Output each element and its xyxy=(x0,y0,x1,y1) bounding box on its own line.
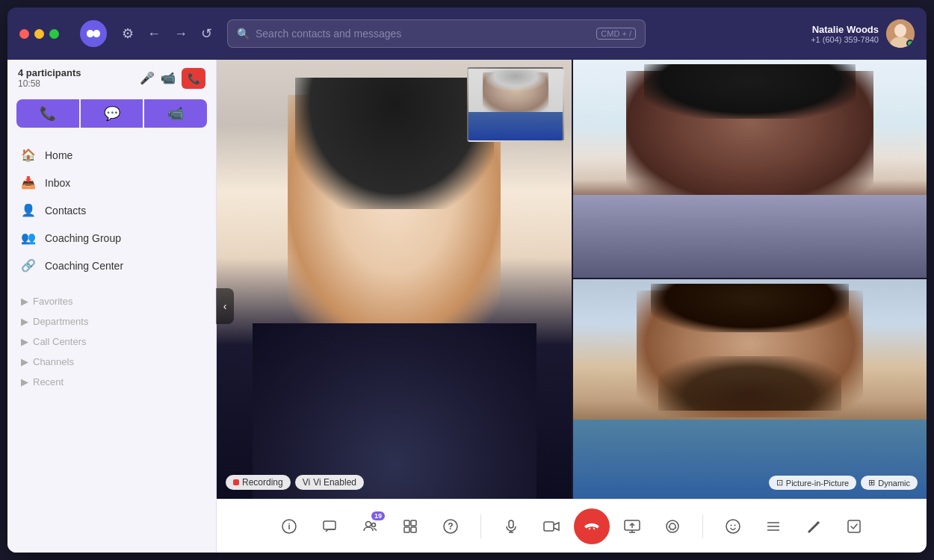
recording-dot xyxy=(233,479,239,485)
user-name: Natalie Woods xyxy=(811,24,879,35)
sidebar-item-inbox[interactable]: 📥 Inbox xyxy=(7,169,216,196)
user-info: Natalie Woods +1 (604) 359-7840 xyxy=(811,24,879,44)
contacts-icon: 👤 xyxy=(21,203,36,217)
call-info: 4 participants 10:58 xyxy=(18,67,81,89)
pip-badge: ⊡ Picture-in-Picture xyxy=(769,476,856,490)
expand-icon: ▶ xyxy=(21,356,28,367)
svg-point-22 xyxy=(726,520,740,533)
app-logo xyxy=(80,20,107,47)
svg-rect-29 xyxy=(848,520,860,532)
shirt-overlay xyxy=(253,323,536,499)
sidebar-item-coaching-center[interactable]: 🔗 Coaching Center xyxy=(7,252,216,279)
video-area: ‹ xyxy=(217,60,927,553)
more-button[interactable] xyxy=(755,508,791,544)
minimize-button[interactable] xyxy=(34,29,44,39)
user-phone: +1 (604) 359-7840 xyxy=(811,35,879,44)
sidebar-item-coaching-group[interactable]: 👥 Coaching Group xyxy=(7,224,216,252)
title-bar-right: Natalie Woods +1 (604) 359-7840 xyxy=(811,19,915,48)
sidebar-item-home[interactable]: 🏠 Home xyxy=(7,141,216,169)
emoji-button[interactable] xyxy=(715,508,751,544)
recording-label: Recording xyxy=(242,477,283,488)
inbox-icon: 📥 xyxy=(21,175,36,190)
search-input[interactable] xyxy=(256,28,590,40)
main-content: 4 participants 10:58 🎤 📹 📞 📞 💬 📹 🏠 xyxy=(7,60,927,553)
svg-point-23 xyxy=(731,524,732,526)
bottom-toolbar: i 19 ? xyxy=(217,499,927,553)
participants-count: 4 participants xyxy=(18,67,81,78)
camera-button[interactable] xyxy=(534,508,569,544)
search-bar[interactable]: 🔍 CMD + / xyxy=(227,19,646,48)
video-tile-1 xyxy=(572,60,927,279)
svg-text:i: i xyxy=(288,522,290,531)
mute-button[interactable] xyxy=(493,508,529,544)
svg-point-20 xyxy=(667,520,678,532)
sidebar-item-home-label: Home xyxy=(45,149,72,161)
call-button[interactable]: 📞 xyxy=(16,99,79,128)
sidebar-item-contacts[interactable]: 👤 Contacts xyxy=(7,196,216,224)
home-icon: 🏠 xyxy=(21,148,36,162)
sidebar-item-coaching-center-label: Coaching Center xyxy=(45,260,123,272)
sidebar: 4 participants 10:58 🎤 📹 📞 📞 💬 📹 🏠 xyxy=(7,60,217,553)
recent-section[interactable]: ▶ Recent xyxy=(7,372,216,392)
close-button[interactable] xyxy=(19,29,29,39)
share-screen-button[interactable] xyxy=(614,508,650,544)
expand-icon: ▶ xyxy=(21,316,28,327)
participants-badge: 19 xyxy=(371,511,385,520)
maximize-button[interactable] xyxy=(49,29,59,39)
expand-icon: ▶ xyxy=(21,376,28,388)
main-video-content: Recording Vi Vi Enabled xyxy=(217,60,572,499)
departments-section[interactable]: ▶ Departments xyxy=(7,311,216,332)
video-badges: Recording Vi Vi Enabled xyxy=(226,475,364,490)
annotate-button[interactable] xyxy=(796,508,832,544)
recording-badge: Recording xyxy=(226,475,291,490)
sidebar-item-contacts-label: Contacts xyxy=(45,205,86,217)
svg-rect-9 xyxy=(411,520,416,526)
call-info-bar: 4 participants 10:58 🎤 📹 📞 xyxy=(7,60,216,93)
audio-button[interactable] xyxy=(655,508,690,544)
main-video-tile: Recording Vi Vi Enabled xyxy=(217,60,572,499)
chat-button[interactable] xyxy=(312,508,347,544)
p2-hair xyxy=(651,284,849,332)
svg-rect-8 xyxy=(404,520,409,526)
svg-text:?: ? xyxy=(448,521,453,532)
collapse-sidebar-button[interactable]: ‹ xyxy=(216,288,234,324)
toolbar-sep-2 xyxy=(702,514,703,538)
info-button[interactable]: i xyxy=(271,508,307,544)
video-button[interactable]: 📹 xyxy=(144,99,207,128)
mic-icon[interactable]: 🎤 xyxy=(140,71,155,85)
message-button[interactable]: 💬 xyxy=(81,99,143,128)
favorites-section[interactable]: ▶ Favorites xyxy=(7,291,216,311)
status-indicator xyxy=(906,40,914,47)
vi-label: Vi xyxy=(303,477,310,488)
svg-point-21 xyxy=(669,523,675,529)
participants-button[interactable]: 19 xyxy=(352,508,388,544)
tasks-button[interactable] xyxy=(836,508,872,544)
end-call-button[interactable] xyxy=(574,508,610,544)
expand-icon: ▶ xyxy=(21,336,28,347)
dynamic-badge: ⊞ Dynamic xyxy=(861,476,918,490)
dynamic-icon: ⊞ xyxy=(868,478,875,488)
camera-mini-icon[interactable]: 📹 xyxy=(161,71,176,85)
expand-icon: ▶ xyxy=(21,296,28,307)
channels-section[interactable]: ▶ Channels xyxy=(7,352,216,372)
help-button[interactable]: ? xyxy=(433,508,468,544)
extra-toolbar-group xyxy=(715,508,872,544)
svg-rect-10 xyxy=(404,527,409,532)
sidebar-sections: ▶ Favorites ▶ Departments ▶ Call Centers… xyxy=(7,291,216,392)
svg-rect-5 xyxy=(324,521,335,529)
nav-items: 🏠 Home 📥 Inbox 👤 Contacts 👥 Coaching Gro… xyxy=(7,135,216,285)
call-centers-section[interactable]: ▶ Call Centers xyxy=(7,332,216,352)
layout-button[interactable] xyxy=(392,508,428,544)
forward-icon[interactable]: → xyxy=(174,26,188,42)
refresh-icon[interactable]: ↺ xyxy=(201,25,212,42)
svg-point-24 xyxy=(734,524,736,526)
user-avatar[interactable] xyxy=(886,19,915,48)
thumbnail-hair xyxy=(486,70,546,90)
search-icon: 🔍 xyxy=(237,28,250,40)
back-icon[interactable]: ← xyxy=(147,26,161,42)
end-call-mini-button[interactable]: 📞 xyxy=(182,68,205,89)
settings-icon[interactable]: ⚙ xyxy=(122,25,134,42)
svg-rect-14 xyxy=(509,520,513,528)
p1-shirt xyxy=(573,195,927,278)
toolbar-sep-1 xyxy=(480,514,481,538)
